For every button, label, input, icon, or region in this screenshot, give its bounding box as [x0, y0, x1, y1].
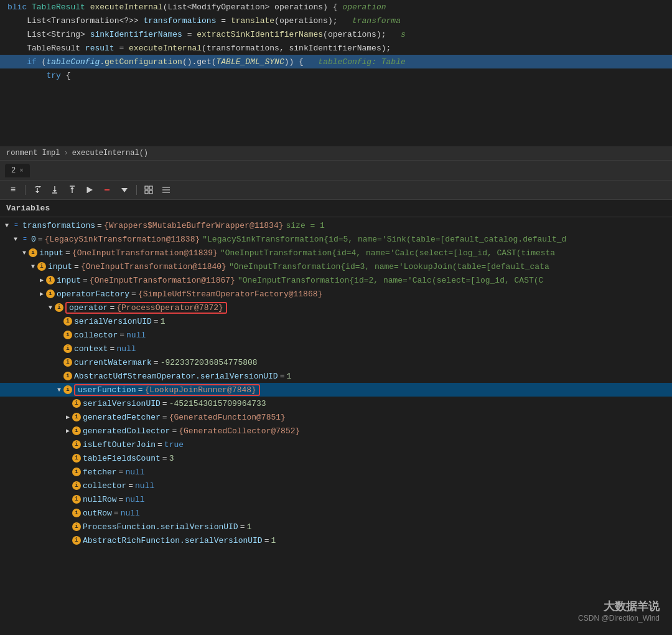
- list-item[interactable]: i generatedFetcher = {GeneratedFunction@…: [0, 410, 672, 424]
- expand-icon[interactable]: [63, 413, 72, 421]
- list-item[interactable]: = transformations = {Wrappers$MutableBuf…: [0, 219, 672, 232]
- debug-area: 2 × ≡: [0, 161, 672, 635]
- list-item[interactable]: i tableFieldsCount = 3: [0, 451, 672, 465]
- code-line-1: blic TableResult executeInternal(List<Mo…: [0, 0, 672, 14]
- code-line-4: TableResult result = executeInternal(tra…: [0, 41, 672, 55]
- field-icon: i: [63, 358, 72, 367]
- expand-icon[interactable]: [20, 250, 29, 256]
- variable-tree: = transformations = {Wrappers$MutableBuf…: [0, 217, 672, 548]
- toolbar-btn-step-over[interactable]: [29, 183, 45, 197]
- toolbar-btn-step-out[interactable]: [64, 183, 80, 197]
- field-icon: i: [72, 536, 81, 545]
- tab-bar: 2 ×: [0, 161, 672, 181]
- field-icon: i: [46, 289, 55, 298]
- debug-tab[interactable]: 2 ×: [5, 164, 30, 177]
- field-icon: i: [72, 522, 81, 531]
- list-item[interactable]: i input = {OneInputTransformation@11839}…: [0, 246, 672, 260]
- toolbar-btn-list[interactable]: [158, 183, 174, 197]
- toolbar-divider-2: [136, 185, 137, 195]
- red-highlight-box-2: userFunction = {LookupJoinRunner@7848}: [74, 384, 260, 396]
- watermark-main: 大数据羊说: [578, 599, 660, 614]
- main-layout: blic TableResult executeInternal(List<Mo…: [0, 0, 672, 635]
- list-item[interactable]: i operator = {ProcessOperator@7872}: [0, 301, 672, 314]
- toolbar-btn-grid[interactable]: [141, 183, 157, 197]
- field-icon: i: [55, 303, 63, 312]
- red-highlight-box: operator = {ProcessOperator@7872}: [65, 302, 227, 314]
- list-item[interactable]: i userFunction = {LookupJoinRunner@7848}: [0, 383, 672, 397]
- variables-tree-container[interactable]: = transformations = {Wrappers$MutableBuf…: [0, 217, 672, 635]
- list-item[interactable]: i serialVersionUID = 1: [0, 314, 672, 328]
- list-item[interactable]: i nullRow = null: [0, 492, 672, 506]
- field-icon: i: [72, 399, 81, 408]
- list-item[interactable]: i ProcessFunction.serialVersionUID = 1: [0, 520, 672, 534]
- field-icon: i: [63, 372, 72, 380]
- field-icon: i: [72, 454, 81, 463]
- list-item[interactable]: i input = {OneInputTransformation@11840}…: [0, 260, 672, 273]
- code-line-3: List<String> sinkIdentifierNames = extra…: [0, 27, 672, 41]
- field-icon: i: [72, 481, 81, 490]
- field-icon: i: [72, 440, 81, 449]
- svg-rect-13: [145, 186, 148, 189]
- field-icon: i: [72, 509, 81, 517]
- code-line-5: if (tableConfig.getConfiguration().get(T…: [0, 55, 672, 68]
- expand-icon[interactable]: [37, 276, 46, 284]
- debug-toolbar: ≡: [0, 181, 672, 200]
- watermark-sub: CSDN @Direction_Wind: [578, 614, 660, 623]
- list-item[interactable]: i generatedCollector = {GeneratedCollect…: [0, 424, 672, 438]
- list-item[interactable]: i isLeftOuterJoin = true: [0, 438, 672, 451]
- list-item[interactable]: i outRow = null: [0, 506, 672, 520]
- toolbar-btn-run-to-cursor[interactable]: [82, 183, 98, 197]
- field-icon: i: [72, 426, 81, 435]
- breadcrumb-part-1: ronment Impl: [6, 149, 60, 158]
- toolbar-btn-stop[interactable]: [99, 183, 115, 197]
- field-icon: i: [37, 262, 46, 271]
- list-item[interactable]: i AbstractRichFunction.serialVersionUID …: [0, 534, 672, 547]
- svg-marker-2: [35, 191, 39, 193]
- field-icon: i: [63, 385, 72, 394]
- field-icon: i: [63, 331, 72, 339]
- list-item[interactable]: i AbstractUdfStreamOperator.serialVersio…: [0, 369, 672, 383]
- list-item[interactable]: i fetcher = null: [0, 465, 672, 479]
- breadcrumb-separator: ›: [63, 149, 68, 158]
- breadcrumb: ronment Impl › executeInternal(): [0, 146, 672, 161]
- expand-icon[interactable]: [11, 236, 20, 243]
- list-item[interactable]: = 0 = {LegacySinkTransformation@11838} "…: [0, 232, 672, 246]
- breadcrumb-part-2: executeInternal(): [72, 149, 148, 158]
- eq-icon: =: [11, 221, 21, 230]
- svg-rect-14: [149, 186, 152, 189]
- code-editor: blic TableResult executeInternal(List<Mo…: [0, 0, 672, 146]
- expand-icon[interactable]: [37, 290, 46, 298]
- expand-icon[interactable]: [2, 222, 11, 229]
- expand-icon[interactable]: [55, 387, 63, 393]
- list-item[interactable]: i currentWatermark = -922337203685477580…: [0, 355, 672, 369]
- field-icon: i: [63, 317, 72, 326]
- field-icon: i: [72, 413, 81, 421]
- toolbar-btn-step-into[interactable]: [47, 183, 63, 197]
- code-line-6: try {: [0, 68, 672, 82]
- expand-icon[interactable]: [29, 263, 37, 270]
- field-icon: i: [46, 276, 55, 285]
- svg-marker-4: [53, 190, 57, 192]
- list-item[interactable]: i context = null: [0, 342, 672, 355]
- list-item[interactable]: i collector = null: [0, 479, 672, 492]
- tab-label: 2: [11, 166, 16, 175]
- list-item[interactable]: i serialVersionUID = -452154301570996473…: [0, 397, 672, 410]
- list-item[interactable]: i input = {OneInputTransformation@11867}…: [0, 273, 672, 287]
- svg-marker-7: [70, 187, 74, 189]
- toolbar-btn-down[interactable]: [116, 183, 133, 197]
- watermark: 大数据羊说 CSDN @Direction_Wind: [578, 599, 660, 623]
- expand-icon[interactable]: [63, 427, 72, 435]
- toolbar-btn-hamburger[interactable]: ≡: [5, 183, 21, 197]
- svg-rect-15: [145, 190, 148, 194]
- field-icon: i: [29, 248, 37, 257]
- field-icon: i: [63, 344, 72, 353]
- svg-marker-9: [87, 187, 93, 193]
- expand-icon[interactable]: [46, 304, 55, 311]
- tab-close-icon[interactable]: ×: [19, 167, 24, 174]
- code-line-2: List<Transformation<?>> transformations …: [0, 14, 672, 27]
- svg-marker-12: [121, 188, 128, 192]
- list-item[interactable]: i operatorFactory = {SimpleUdfStreamOper…: [0, 287, 672, 301]
- list-item[interactable]: i collector = null: [0, 328, 672, 342]
- variables-panel-header: Variables: [0, 200, 672, 217]
- svg-rect-16: [149, 190, 152, 194]
